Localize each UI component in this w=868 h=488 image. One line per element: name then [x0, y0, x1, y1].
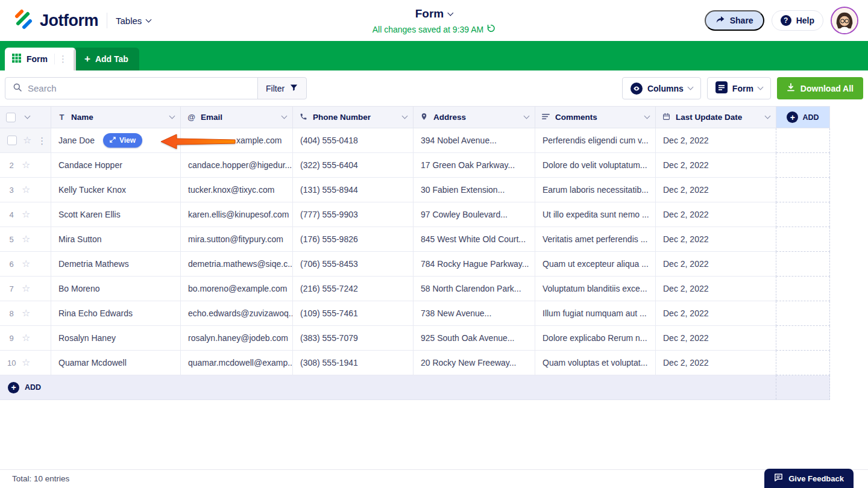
- chevron-down-icon[interactable]: [644, 113, 650, 119]
- chevron-down-icon[interactable]: [25, 113, 31, 119]
- cell-add-column[interactable]: [776, 351, 830, 375]
- column-header-phone[interactable]: Phone Number: [293, 106, 414, 128]
- page-title-dropdown[interactable]: Form: [373, 7, 495, 20]
- cell-address[interactable]: 17 Green Oak Parkway...: [414, 153, 535, 178]
- cell-email[interactable]: karen.ellis@kinupesof.com: [181, 202, 293, 227]
- cell-add-column[interactable]: [776, 301, 830, 326]
- cell-email[interactable]: quamar.mcdowell@examp...: [181, 351, 293, 375]
- star-icon[interactable]: ☆: [22, 358, 30, 368]
- cell-name[interactable]: Rina Echo Edwards: [51, 301, 181, 326]
- cell-phone[interactable]: (131) 555-8944: [293, 178, 414, 202]
- form-view-button[interactable]: Form: [707, 77, 771, 99]
- cell-add-column[interactable]: [776, 252, 830, 277]
- star-icon[interactable]: ☆: [22, 185, 30, 195]
- cell-phone[interactable]: (176) 555-9826: [293, 227, 414, 252]
- cell-address[interactable]: 30 Fabien Extension...: [414, 178, 535, 202]
- column-header-email[interactable]: @ Email: [181, 106, 293, 128]
- tab-options-kebab-icon[interactable]: ⋮: [54, 54, 71, 64]
- cell-add-column[interactable]: [776, 277, 830, 301]
- cell-address[interactable]: 97 Cowley Boulevard...: [414, 202, 535, 227]
- cell-date[interactable]: Dec 2, 2022: [656, 252, 776, 277]
- view-entry-button[interactable]: View: [103, 133, 142, 148]
- row-kebab-icon[interactable]: ⋮: [37, 136, 46, 145]
- star-icon[interactable]: ☆: [23, 136, 31, 145]
- cell-comments[interactable]: Earum laboris necessitatib...: [535, 178, 656, 202]
- cell-add-column[interactable]: [776, 326, 830, 351]
- cell-address[interactable]: 784 Rocky Hague Parkway...: [414, 252, 535, 277]
- add-tab-button[interactable]: + Add Tab: [74, 48, 139, 70]
- tables-menu[interactable]: Tables: [116, 16, 151, 26]
- chevron-down-icon[interactable]: [765, 113, 771, 119]
- jotform-logo[interactable]: Jotform: [13, 9, 98, 32]
- cell-add-column[interactable]: [776, 227, 830, 252]
- cell-phone[interactable]: (216) 555-7242: [293, 277, 414, 301]
- cell-phone[interactable]: (322) 555-6404: [293, 153, 414, 178]
- cell-email[interactable]: tucker.knox@tixyc.com: [181, 178, 293, 202]
- cell-email[interactable]: xample.com: [181, 128, 293, 153]
- cell-comments[interactable]: Quam ut excepteur aliqua ...: [535, 252, 656, 277]
- cell-comments[interactable]: Dolore explicabo Rerum n...: [535, 326, 656, 351]
- star-icon[interactable]: ☆: [22, 308, 30, 318]
- cell-date[interactable]: Dec 2, 2022: [656, 351, 776, 375]
- chevron-down-icon[interactable]: [169, 113, 175, 119]
- select-all-checkbox[interactable]: [6, 113, 16, 122]
- cell-date[interactable]: Dec 2, 2022: [656, 128, 776, 153]
- column-header-comments[interactable]: Comments: [535, 106, 656, 128]
- cell-phone[interactable]: (308) 555-1941: [293, 351, 414, 375]
- cell-comments[interactable]: Perferendis eligendi cum v...: [535, 128, 656, 153]
- cell-phone[interactable]: (706) 555-8453: [293, 252, 414, 277]
- cell-date[interactable]: Dec 2, 2022: [656, 277, 776, 301]
- revision-history-icon[interactable]: [487, 24, 495, 34]
- cell-add-column[interactable]: [776, 202, 830, 227]
- cell-name[interactable]: Candace Hopper: [51, 153, 181, 178]
- add-column-button[interactable]: + ADD: [776, 106, 830, 128]
- cell-add-column[interactable]: [776, 128, 830, 153]
- cell-name[interactable]: Quamar Mcdowell: [51, 351, 181, 375]
- star-icon[interactable]: ☆: [22, 210, 30, 219]
- column-header-address[interactable]: Address: [414, 106, 535, 128]
- cell-date[interactable]: Dec 2, 2022: [656, 153, 776, 178]
- cell-phone[interactable]: (109) 555-7461: [293, 301, 414, 326]
- cell-comments[interactable]: Dolore do velit voluptatum...: [535, 153, 656, 178]
- cell-name[interactable]: Bo Moreno: [51, 277, 181, 301]
- cell-comments[interactable]: Ut illo expedita sunt nemo ...: [535, 202, 656, 227]
- column-header-name[interactable]: T Name: [51, 106, 181, 128]
- cell-comments[interactable]: Quam voluptas et voluptat...: [535, 351, 656, 375]
- cell-add-column[interactable]: [776, 178, 830, 202]
- cell-email[interactable]: mira.sutton@fitypury.com: [181, 227, 293, 252]
- download-all-button[interactable]: Download All: [777, 77, 863, 99]
- cell-email[interactable]: rosalyn.haney@jodeb.com: [181, 326, 293, 351]
- row-checkbox[interactable]: [7, 136, 17, 145]
- cell-phone[interactable]: (383) 555-7079: [293, 326, 414, 351]
- cell-add-column[interactable]: [776, 153, 830, 178]
- chevron-down-icon[interactable]: [402, 113, 408, 119]
- columns-button[interactable]: Columns: [622, 77, 701, 99]
- cell-comments[interactable]: Veritatis amet perferendis ...: [535, 227, 656, 252]
- give-feedback-button[interactable]: Give Feedback: [764, 469, 854, 488]
- tab-form[interactable]: Form ⋮: [5, 48, 76, 70]
- share-button[interactable]: Share: [705, 10, 764, 31]
- column-header-last-update-date[interactable]: Last Update Date: [656, 106, 776, 128]
- cell-phone[interactable]: (777) 555-9903: [293, 202, 414, 227]
- add-row-button[interactable]: + ADD: [0, 375, 830, 400]
- help-button[interactable]: ? Help: [772, 10, 823, 31]
- cell-comments[interactable]: Illum fugiat numquam aut ...: [535, 301, 656, 326]
- cell-address[interactable]: 925 South Oak Avenue...: [414, 326, 535, 351]
- cell-address[interactable]: 20 Rocky New Freeway...: [414, 351, 535, 375]
- cell-email[interactable]: demetria.mathews@siqe.c...: [181, 252, 293, 277]
- filter-button[interactable]: Filter: [257, 77, 307, 99]
- cell-address[interactable]: 738 New Avenue...: [414, 301, 535, 326]
- cell-comments[interactable]: Voluptatum blanditiis exce...: [535, 277, 656, 301]
- star-icon[interactable]: ☆: [22, 259, 30, 269]
- cell-address[interactable]: 394 Nobel Avenue...: [414, 128, 535, 153]
- cell-name[interactable]: Kelly Tucker Knox: [51, 178, 181, 202]
- cell-name[interactable]: Rosalyn Haney: [51, 326, 181, 351]
- cell-date[interactable]: Dec 2, 2022: [656, 178, 776, 202]
- cell-phone[interactable]: (404) 555-0418: [293, 128, 414, 153]
- cell-email[interactable]: echo.edwards@zuvizawoq...: [181, 301, 293, 326]
- user-avatar[interactable]: [831, 7, 858, 34]
- cell-email[interactable]: bo.moreno@example.com: [181, 277, 293, 301]
- search-input[interactable]: [28, 83, 250, 93]
- cell-name[interactable]: Demetria Mathews: [51, 252, 181, 277]
- cell-name[interactable]: Jane Doe View: [51, 128, 181, 153]
